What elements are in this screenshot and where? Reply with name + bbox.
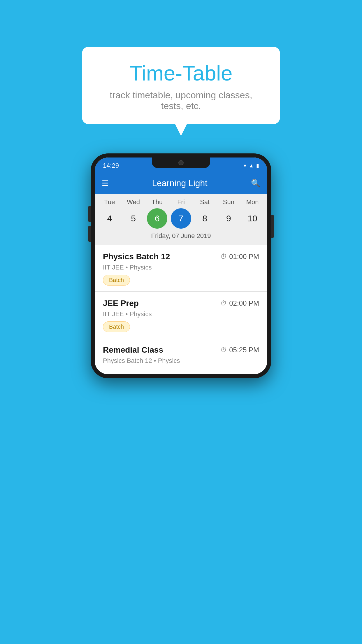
- day-4[interactable]: 4: [99, 208, 120, 229]
- clock-icon-3: ⏱: [220, 346, 227, 354]
- signal-icon: ▲: [249, 163, 254, 169]
- day-headers: Tue Wed Thu Fri Sat Sun Mon: [95, 198, 267, 206]
- speech-bubble: Time-Table track timetable, upcoming cla…: [82, 47, 280, 124]
- item-2-time: ⏱ 02:00 PM: [220, 299, 259, 307]
- day-7-selected[interactable]: 7: [171, 208, 191, 229]
- status-icons: ▾ ▲ ▮: [244, 162, 259, 169]
- day-6-today[interactable]: 6: [147, 208, 167, 229]
- item-2-time-text: 02:00 PM: [229, 299, 259, 307]
- day-9[interactable]: 9: [218, 208, 239, 229]
- menu-icon[interactable]: ☰: [102, 179, 108, 188]
- power-button[interactable]: [271, 215, 274, 238]
- bubble-title: Time-Table: [99, 61, 263, 85]
- item-1-title: Physics Batch 12: [103, 252, 170, 261]
- schedule-item-3[interactable]: Remedial Class ⏱ 05:25 PM Physics Batch …: [95, 338, 267, 374]
- phone-notch: [152, 158, 210, 168]
- bubble-container: Time-Table track timetable, upcoming cla…: [82, 47, 280, 124]
- day-header-fri: Fri: [171, 198, 191, 206]
- volume-up-button[interactable]: [88, 206, 91, 222]
- front-camera: [178, 160, 184, 165]
- day-8[interactable]: 8: [195, 208, 215, 229]
- day-header-tue: Tue: [99, 198, 120, 206]
- day-header-sat: Sat: [195, 198, 215, 206]
- wifi-icon: ▾: [244, 162, 246, 169]
- schedule-item-2[interactable]: JEE Prep ⏱ 02:00 PM IIT JEE • Physics Ba…: [95, 292, 267, 338]
- selected-date-label: Friday, 07 June 2019: [95, 232, 267, 243]
- day-numbers: 4 5 6 7 8 9 10: [95, 208, 267, 229]
- clock-icon-1: ⏱: [220, 253, 227, 260]
- item-1-tag: Batch: [103, 275, 130, 286]
- volume-down-button[interactable]: [88, 226, 91, 242]
- item-1-subtitle: IIT JEE • Physics: [103, 264, 259, 271]
- item-2-tag: Batch: [103, 321, 130, 332]
- item-1-header: Physics Batch 12 ⏱ 01:00 PM: [103, 252, 259, 261]
- item-3-title: Remedial Class: [103, 345, 163, 355]
- item-3-header: Remedial Class ⏱ 05:25 PM: [103, 345, 259, 355]
- status-time: 14:29: [103, 162, 119, 169]
- phone-frame: 14:29 ▾ ▲ ▮ ☰ Learning Light 🔍 Tue Wed T…: [91, 153, 271, 378]
- day-10[interactable]: 10: [242, 208, 263, 229]
- phone-screen: 14:29 ▾ ▲ ▮ ☰ Learning Light 🔍 Tue Wed T…: [95, 158, 267, 374]
- schedule-item-1[interactable]: Physics Batch 12 ⏱ 01:00 PM IIT JEE • Ph…: [95, 245, 267, 292]
- day-5[interactable]: 5: [123, 208, 144, 229]
- item-2-title: JEE Prep: [103, 299, 139, 308]
- bubble-subtitle: track timetable, upcoming classes, tests…: [99, 90, 263, 111]
- calendar-strip: Tue Wed Thu Fri Sat Sun Mon 4 5 6 7 8 9 …: [95, 194, 267, 245]
- item-3-time: ⏱ 05:25 PM: [220, 346, 259, 354]
- app-bar: ☰ Learning Light 🔍: [95, 173, 267, 194]
- phone-mockup: 14:29 ▾ ▲ ▮ ☰ Learning Light 🔍 Tue Wed T…: [91, 153, 271, 378]
- item-3-subtitle: Physics Batch 12 • Physics: [103, 357, 259, 365]
- search-icon[interactable]: 🔍: [251, 179, 260, 188]
- battery-icon: ▮: [256, 162, 259, 169]
- day-header-thu: Thu: [147, 198, 167, 206]
- item-1-time: ⏱ 01:00 PM: [220, 253, 259, 261]
- day-header-mon: Mon: [242, 198, 263, 206]
- item-2-subtitle: IIT JEE • Physics: [103, 310, 259, 318]
- item-1-time-text: 01:00 PM: [229, 253, 259, 261]
- day-header-sun: Sun: [218, 198, 239, 206]
- item-2-header: JEE Prep ⏱ 02:00 PM: [103, 299, 259, 308]
- item-3-time-text: 05:25 PM: [229, 346, 259, 354]
- app-title: Learning Light: [114, 178, 245, 188]
- schedule-list: Physics Batch 12 ⏱ 01:00 PM IIT JEE • Ph…: [95, 245, 267, 374]
- clock-icon-2: ⏱: [220, 300, 227, 307]
- day-header-wed: Wed: [123, 198, 144, 206]
